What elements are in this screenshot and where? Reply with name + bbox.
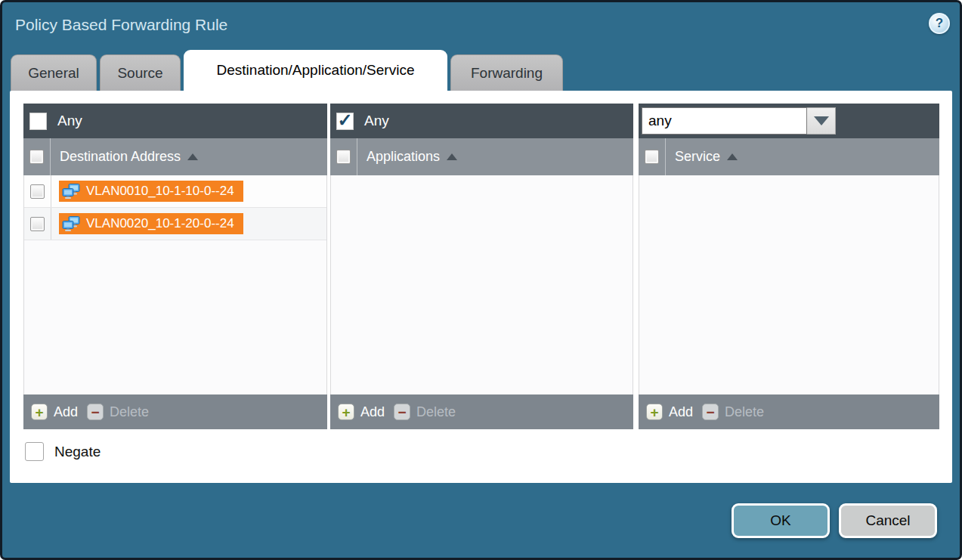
- destination-toolbar: + Add − Delete: [23, 394, 327, 429]
- service-header-row: Service: [639, 138, 939, 175]
- add-icon: +: [338, 404, 354, 420]
- ok-button[interactable]: OK: [732, 503, 830, 538]
- row-checkbox[interactable]: [30, 184, 45, 199]
- network-icon: [62, 216, 81, 232]
- tab-destination-application-service[interactable]: Destination/Application/Service: [184, 50, 447, 91]
- applications-list: [330, 175, 633, 394]
- service-column: any Service + Add − Delete: [639, 104, 939, 429]
- negate-row: Negate: [25, 442, 101, 461]
- service-dropdown-value[interactable]: any: [642, 107, 807, 135]
- address-label: VLAN0010_10-1-10-0--24: [86, 184, 234, 199]
- service-dropdown-bar: any: [639, 104, 939, 138]
- address-object[interactable]: VLAN0020_10-1-20-0--24: [59, 213, 243, 234]
- add-icon: +: [646, 404, 663, 420]
- service-toolbar: + Add − Delete: [639, 394, 939, 429]
- row-checkbox[interactable]: [30, 217, 45, 231]
- sort-asc-icon: [447, 153, 457, 160]
- service-list: [639, 175, 939, 394]
- table-row[interactable]: VLAN0020_10-1-20-0--24: [24, 208, 326, 240]
- applications-column: ✓ Any Applications + Add − Delete: [330, 104, 633, 429]
- applications-select-all-checkbox[interactable]: [336, 150, 351, 164]
- delete-icon: −: [394, 404, 410, 420]
- delete-icon: −: [702, 404, 719, 420]
- applications-any-bar: ✓ Any: [330, 104, 633, 138]
- applications-any-checkbox[interactable]: ✓: [336, 113, 354, 130]
- destination-header-row: Destination Address: [23, 138, 327, 175]
- destination-select-all-checkbox[interactable]: [29, 150, 44, 164]
- tab-source[interactable]: Source: [100, 54, 181, 91]
- negate-label: Negate: [54, 444, 101, 460]
- table-row[interactable]: VLAN0010_10-1-10-0--24: [24, 175, 326, 208]
- tab-forwarding[interactable]: Forwarding: [450, 54, 563, 91]
- destination-list: VLAN0010_10-1-10-0--24: [23, 175, 327, 394]
- network-icon: [62, 184, 81, 200]
- destination-any-label: Any: [57, 113, 82, 129]
- delete-button[interactable]: − Delete: [702, 404, 764, 420]
- cancel-button[interactable]: Cancel: [839, 503, 937, 538]
- destination-any-bar: Any: [23, 104, 327, 138]
- help-icon[interactable]: ?: [929, 13, 950, 34]
- address-label: VLAN0020_10-1-20-0--24: [86, 216, 234, 231]
- add-button[interactable]: + Add: [338, 404, 385, 420]
- tab-general[interactable]: General: [11, 54, 97, 91]
- tab-content-panel: Any Destination Address: [10, 91, 952, 483]
- delete-button[interactable]: − Delete: [87, 404, 149, 420]
- add-icon: +: [31, 404, 48, 420]
- sort-asc-icon: [727, 153, 738, 160]
- destination-column-header[interactable]: Destination Address: [60, 149, 181, 165]
- dialog-title: Policy Based Forwarding Rule: [15, 16, 227, 34]
- add-button[interactable]: + Add: [31, 404, 78, 420]
- chevron-down-icon: [814, 116, 829, 125]
- service-column-header[interactable]: Service: [675, 149, 720, 165]
- destination-column: Any Destination Address: [23, 104, 327, 429]
- delete-button[interactable]: − Delete: [394, 404, 456, 420]
- service-dropdown[interactable]: any: [642, 107, 836, 135]
- negate-checkbox[interactable]: [25, 442, 44, 461]
- address-object[interactable]: VLAN0010_10-1-10-0--24: [59, 181, 243, 202]
- policy-forwarding-dialog: Policy Based Forwarding Rule ? General S…: [0, 0, 962, 560]
- sort-asc-icon: [187, 153, 198, 160]
- applications-column-header[interactable]: Applications: [367, 149, 440, 165]
- applications-any-label: Any: [364, 113, 389, 129]
- add-button[interactable]: + Add: [646, 404, 693, 420]
- service-select-all-checkbox[interactable]: [645, 150, 659, 164]
- destination-any-checkbox[interactable]: [29, 113, 47, 130]
- service-dropdown-button[interactable]: [807, 107, 836, 135]
- delete-icon: −: [87, 404, 104, 420]
- applications-header-row: Applications: [330, 138, 633, 175]
- applications-toolbar: + Add − Delete: [330, 394, 633, 429]
